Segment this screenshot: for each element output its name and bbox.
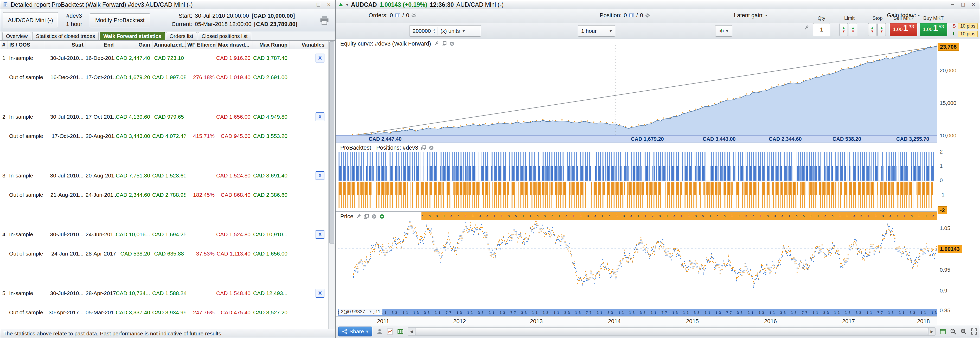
scrollbar-thumb[interactable]	[329, 41, 334, 244]
col-isoos[interactable]: IS / OOS	[8, 41, 44, 49]
order-settings-wrench-icon[interactable]	[804, 25, 809, 30]
instrument-button[interactable]: AUD/CAD Mini (-)	[3, 12, 58, 29]
positions-panel[interactable]: ProBacktest - Positions: #dev3	[336, 143, 937, 212]
limit-pips-value[interactable]: 10 pips	[958, 31, 978, 37]
col-variables[interactable]: Variables	[290, 41, 329, 49]
scrollbar-thumb[interactable]	[415, 328, 928, 335]
walk-forward-table: 1In-sample30-Jul-2010...16-Dec-201...CAD…	[0, 49, 329, 329]
table-row[interactable]: Out of sample30-Apr-2017...05-Mar-201...…	[0, 307, 329, 318]
position-settings-icon[interactable]	[645, 13, 651, 18]
calendar-icon[interactable]	[940, 328, 946, 335]
data-table-icon[interactable]	[397, 328, 404, 335]
maximize-icon[interactable]: □	[959, 1, 967, 8]
scroll-right-icon[interactable]: ▶	[928, 328, 935, 335]
tab-orders-list[interactable]: Orders list	[166, 32, 197, 40]
backtest-period: Start: 30-Jul-2010 20:00:00 [CAD 10,000.…	[167, 12, 298, 29]
chevron-down-icon[interactable]: ▾	[346, 2, 348, 8]
time-scrollbar[interactable]: ◀ ▶	[408, 327, 935, 336]
table-row[interactable]: 4In-sample30-Jul-2010...24-Jun-201...CAD…	[0, 229, 329, 240]
table-row[interactable]: 5In-sample30-Jul-2010...28-Apr-2017...CA…	[0, 288, 329, 298]
table-row[interactable]: 3In-sample30-Jul-2010...20-Aug-201...CAD…	[0, 171, 329, 181]
tab-closed-positions-list[interactable]: Closed positions list	[198, 32, 251, 40]
walk-forward-group: 3In-sample30-Jul-2010...20-Aug-201...CAD…	[0, 167, 329, 226]
buy-limit-button[interactable]: ▲▼	[840, 23, 848, 36]
tab-overview[interactable]: Overview	[2, 32, 31, 40]
variables-button[interactable]: X	[315, 171, 325, 180]
col-gain[interactable]: Gain	[116, 41, 152, 49]
variables-button[interactable]: X	[315, 112, 325, 121]
add-indicator-icon[interactable]	[379, 214, 385, 219]
table-row[interactable]: 1In-sample30-Jul-2010...16-Dec-201...CAD…	[0, 53, 329, 63]
popout-icon[interactable]	[364, 214, 369, 219]
zoom-out-icon[interactable]	[950, 328, 956, 335]
table-row[interactable]: Out of sample24-Jun-201...28-Apr-2017...…	[0, 249, 329, 259]
table-row[interactable]: Out of sample21-Aug-201...24-Jun-201...C…	[0, 190, 329, 200]
popout-icon[interactable]	[421, 145, 426, 150]
close-icon[interactable]	[429, 145, 434, 150]
strategy-label: #dev3 1 hour	[60, 12, 88, 29]
chart-style-button[interactable]: ▾	[715, 25, 732, 37]
quantity-spinner[interactable]: ▴▾	[433, 28, 435, 34]
wrench-icon[interactable]	[434, 41, 439, 46]
close-icon[interactable]	[372, 214, 377, 219]
price-panel[interactable]: Price 3 3 3 1 3 5 1 1 3 3 1 1 3 5 1 1 3 …	[336, 212, 937, 325]
maximize-icon[interactable]: □	[315, 1, 322, 8]
position-list-icon[interactable]	[629, 13, 634, 18]
fullscreen-icon[interactable]	[971, 328, 977, 335]
orders-list-icon[interactable]	[395, 13, 400, 18]
quantity-select[interactable]: 200000 ▴▾ (x) units ▾	[409, 25, 481, 37]
sell-market-button[interactable]: 1.00133	[890, 23, 917, 36]
time-axis[interactable]: 20112012201320142015201620172018	[336, 316, 937, 326]
close-icon[interactable]	[449, 41, 455, 46]
share-button[interactable]: Share ▾	[338, 327, 372, 336]
col-num[interactable]: #	[0, 41, 8, 49]
scroll-left-icon[interactable]: ◀	[408, 328, 415, 335]
col-max-runup[interactable]: Max Runup	[253, 41, 290, 49]
col-max-drawdown[interactable]: Max drawd...	[216, 41, 253, 49]
table-row[interactable]: 2In-sample30-Jul-2010...17-Oct-201...CAD…	[0, 112, 329, 122]
zero-line	[338, 180, 935, 181]
col-wf-efficiency[interactable]: WF Efficien...	[186, 41, 216, 49]
popout-icon[interactable]	[441, 41, 447, 46]
chart-list-icon[interactable]	[387, 328, 393, 335]
price-chart[interactable]	[336, 220, 937, 309]
col-annualized[interactable]: Annualized...	[152, 41, 186, 49]
variables-button[interactable]: X	[315, 289, 325, 298]
sell-stop-button[interactable]: ▲▼	[878, 23, 886, 36]
chevron-down-icon: ▾	[726, 28, 728, 34]
stop-pips-setting[interactable]: S 10 pips	[953, 22, 978, 29]
report-titlebar[interactable]: Detailed report ProBacktest (Walk Forwar…	[0, 0, 335, 10]
timeframe-select[interactable]: 1 hour ▾	[578, 25, 615, 37]
table-row[interactable]: Out of sample16-Dec-201...17-Oct-201...C…	[0, 72, 329, 83]
user-settings-icon[interactable]	[377, 328, 383, 335]
table-header: # IS / OOS Start End Gain Annualized... …	[0, 41, 329, 49]
chart-titlebar[interactable]: ▾ AUDCAD 1.00143 (+0.19%) 12:36:30 AUD/C…	[336, 0, 980, 10]
buy-stop-button[interactable]: ▲▼	[868, 23, 877, 36]
y-axis-line	[937, 39, 937, 325]
variables-button[interactable]: X	[315, 230, 325, 239]
equity-curve-chart[interactable]	[336, 39, 937, 136]
equity-curve-panel[interactable]: Equity curve: #dev3 (Walk Forward) CAD 2…	[336, 39, 937, 143]
variables-button[interactable]: X	[315, 54, 325, 62]
tab-walk-forward-statistics[interactable]: Walk Forward statistics	[100, 32, 165, 40]
modify-probacktest-button[interactable]: Modify ProBacktest	[90, 13, 150, 27]
chart-window: ▾ AUDCAD 1.00143 (+0.19%) 12:36:30 AUD/C…	[335, 0, 980, 338]
close-icon[interactable]: ×	[325, 1, 332, 8]
orders-settings-icon[interactable]	[411, 13, 417, 18]
stop-pips-value[interactable]: 10 pips	[958, 23, 978, 29]
limit-pips-setting[interactable]: L 10 pips	[953, 30, 978, 37]
report-scrollbar[interactable]	[328, 41, 335, 329]
zoom-in-icon[interactable]	[961, 328, 967, 335]
buy-market-button[interactable]: 1.00153	[920, 23, 947, 36]
sell-limit-button[interactable]: ▲▼	[849, 23, 857, 36]
table-row[interactable]: Out of sample17-Oct-201...20-Aug-201...C…	[0, 131, 329, 141]
wrench-icon[interactable]	[356, 214, 361, 219]
print-icon[interactable]	[320, 15, 329, 25]
wf-gain-label: CAD 3,255.70	[896, 136, 929, 142]
quantity-input[interactable]: 1	[813, 23, 830, 36]
col-start[interactable]: Start	[44, 41, 86, 49]
minimize-icon[interactable]: −	[949, 1, 956, 8]
close-icon[interactable]: ×	[970, 1, 977, 8]
col-end[interactable]: End	[86, 41, 116, 49]
tab-statistics-of-closed-trades[interactable]: Statistics of closed trades	[32, 32, 99, 40]
